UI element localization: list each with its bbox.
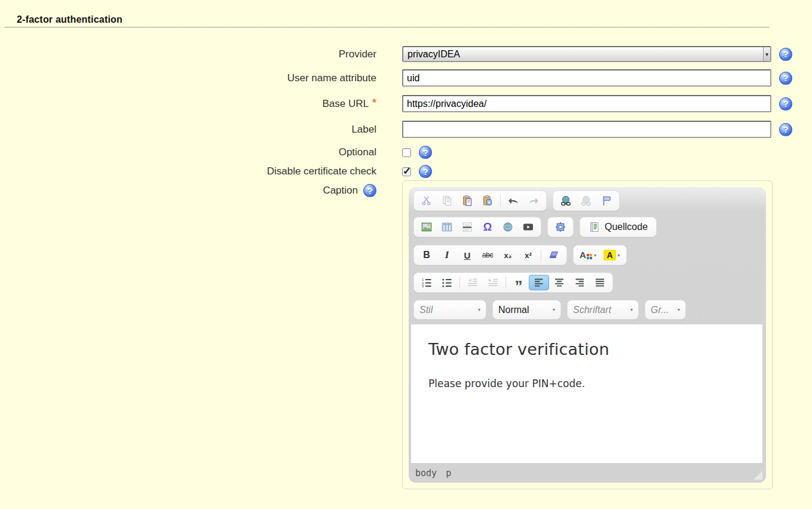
media-embed-button[interactable] [518, 219, 538, 235]
eraser-icon [548, 249, 560, 261]
image-button[interactable] [416, 219, 437, 235]
cut-button[interactable] [416, 193, 437, 208]
colors-group: A ▾ A ▾ [573, 245, 627, 265]
font-size-dropdown[interactable]: Gr... ▾ [645, 300, 686, 320]
paragraph-group: 123 [413, 272, 613, 293]
align-center-button[interactable] [549, 275, 569, 290]
paragraph-format-dropdown[interactable]: Normal ▾ [492, 300, 561, 320]
redo-button[interactable] [523, 193, 544, 208]
anchor-flag-icon [600, 195, 612, 207]
provider-row: Provider privacyIDEA ▾ ? [0, 46, 812, 62]
help-icon[interactable]: ? [779, 123, 792, 136]
horizontal-line-button[interactable] [457, 219, 477, 235]
help-icon[interactable]: ? [363, 184, 376, 197]
toolbar-separator [505, 277, 506, 289]
paste-button[interactable] [457, 193, 477, 208]
align-right-button[interactable] [569, 275, 590, 290]
iframe-button[interactable] [498, 219, 518, 235]
caption-label: Caption ? [0, 183, 376, 197]
insert-group: Ω [413, 217, 541, 237]
svg-text:3: 3 [422, 284, 424, 288]
chevron-down-icon: ▾ [678, 307, 680, 312]
base-url-input[interactable] [402, 95, 771, 112]
bullet-list-button[interactable] [437, 275, 457, 290]
path-element-body[interactable]: body [415, 468, 437, 479]
source-document-icon [589, 221, 600, 233]
maximize-button[interactable] [550, 219, 571, 235]
blockquote-button[interactable]: ” [508, 275, 529, 290]
redo-icon [528, 195, 540, 207]
help-icon[interactable]: ? [419, 146, 432, 159]
section-header: 2-factor authentication [5, 0, 769, 27]
disable-cert-check-label: Disable certificate check [0, 165, 376, 177]
outdent-button[interactable] [462, 275, 483, 290]
disable-cert-check-checkbox[interactable] [402, 167, 411, 176]
username-attribute-input[interactable] [402, 69, 771, 87]
strikethrough-icon: abc [482, 251, 493, 259]
section-title: 2-factor authentication [17, 14, 769, 25]
numbered-list-icon: 123 [421, 277, 433, 289]
italic-button[interactable]: I [437, 247, 457, 263]
superscript-button[interactable]: x² [518, 247, 538, 263]
two-factor-form: Provider privacyIDEA ▾ ? User name attri… [0, 46, 812, 489]
indent-icon [487, 277, 499, 289]
resize-handle[interactable] [753, 471, 762, 480]
maximize-icon [554, 221, 566, 233]
anchor-button[interactable] [596, 193, 617, 208]
table-button[interactable] [437, 219, 457, 235]
globe-icon [502, 221, 514, 233]
copy-button[interactable] [437, 193, 457, 208]
horizontal-line-icon [461, 221, 473, 233]
text-color-icon: A [580, 251, 592, 259]
styles-dropdown[interactable]: Stil ▾ [413, 300, 486, 320]
special-char-button[interactable]: Ω [477, 219, 498, 235]
text-color-button[interactable]: A ▾ [576, 247, 600, 263]
media-play-icon [522, 221, 534, 233]
paste-from-word-icon [482, 195, 494, 207]
undo-button[interactable] [503, 193, 523, 208]
label-input[interactable] [402, 121, 771, 138]
chevron-down-icon: ▾ [630, 307, 633, 312]
help-icon[interactable]: ? [779, 97, 792, 111]
special-char-icon: Ω [483, 221, 492, 234]
link-button[interactable] [556, 193, 576, 208]
path-element-p[interactable]: p [446, 468, 451, 479]
align-center-icon [553, 277, 565, 289]
underline-button[interactable]: U [457, 247, 477, 263]
label-field-label: Label [0, 124, 376, 136]
chevron-down-icon: ▾ [553, 307, 555, 312]
help-icon[interactable]: ? [419, 165, 432, 178]
provider-select[interactable]: privacyIDEA ▾ [402, 46, 771, 62]
align-left-button[interactable] [529, 275, 549, 290]
italic-icon: I [445, 249, 449, 261]
bold-button[interactable]: B [416, 247, 437, 263]
table-icon [441, 221, 453, 233]
paste-icon [461, 195, 473, 207]
indent-button[interactable] [483, 275, 503, 290]
remove-format-button[interactable] [544, 247, 564, 263]
cut-icon [421, 195, 433, 207]
strikethrough-button[interactable]: abc [477, 247, 498, 263]
unlink-button[interactable] [576, 193, 596, 208]
numbered-list-button[interactable]: 123 [416, 275, 437, 290]
bold-icon: B [423, 250, 430, 260]
justify-icon [594, 277, 606, 289]
subscript-icon: x₂ [504, 251, 511, 260]
optional-checkbox[interactable] [402, 148, 411, 157]
background-color-button[interactable]: A ▾ [600, 247, 624, 263]
optional-label: Optional [0, 146, 376, 158]
image-icon [421, 221, 433, 233]
help-icon[interactable]: ? [779, 48, 792, 61]
editor-content-area[interactable]: Two factor verification Please provide y… [411, 324, 762, 463]
provider-select-value: privacyIDEA [407, 49, 460, 60]
chevron-down-icon: ▾ [594, 253, 596, 258]
subscript-button[interactable]: x₂ [498, 247, 518, 263]
maximize-group [547, 217, 574, 237]
content-heading: Two factor verification [428, 340, 745, 358]
background-color-icon: A [603, 250, 615, 260]
font-dropdown[interactable]: Schriftart ▾ [567, 300, 639, 320]
justify-button[interactable] [590, 275, 610, 290]
source-button[interactable]: Quellcode [583, 219, 654, 235]
help-icon[interactable]: ? [779, 72, 792, 85]
paste-from-word-button[interactable] [477, 193, 498, 208]
